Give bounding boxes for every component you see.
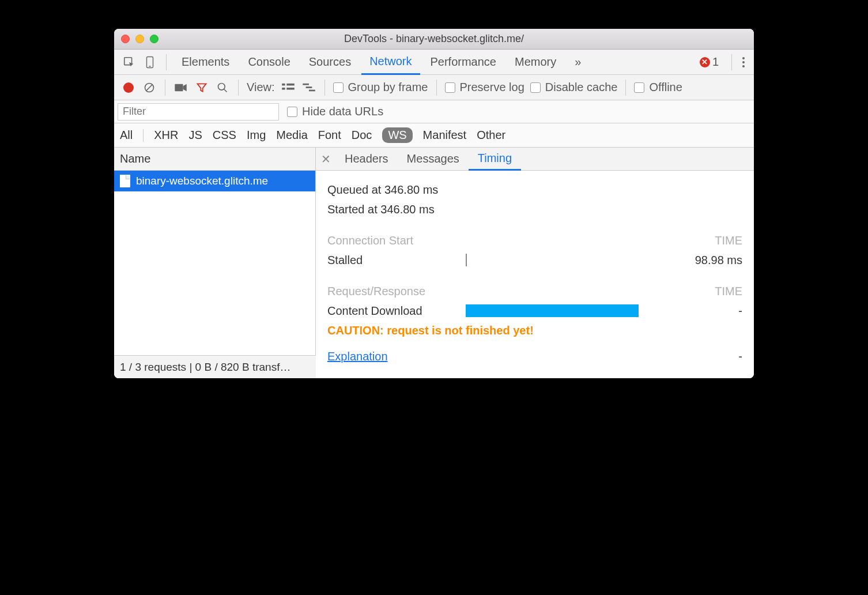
status-bar: 1 / 3 requests | 0 B / 820 B transf… (114, 355, 316, 378)
divider (165, 80, 165, 96)
close-detail-button[interactable]: ✕ (316, 152, 335, 166)
request-list: Name binary-websocket.glitch.me 1 / 3 re… (114, 148, 316, 378)
request-name: binary-websocket.glitch.me (136, 175, 268, 187)
svg-rect-5 (175, 84, 183, 91)
type-font[interactable]: Font (318, 129, 341, 142)
type-other[interactable]: Other (477, 129, 505, 142)
inspect-element-icon[interactable] (120, 53, 138, 71)
camera-icon[interactable] (173, 83, 188, 92)
type-js[interactable]: JS (188, 129, 202, 142)
detail-tab-timing[interactable]: Timing (469, 148, 521, 171)
type-ws[interactable]: WS (382, 127, 412, 143)
stalled-label: Stalled (327, 254, 443, 267)
view-waterfall-icon[interactable] (301, 82, 316, 93)
file-icon (120, 175, 130, 187)
svg-rect-8 (282, 83, 285, 85)
divider (238, 80, 239, 96)
svg-rect-12 (303, 83, 309, 85)
type-css[interactable]: CSS (213, 129, 236, 142)
more-menu[interactable] (739, 57, 748, 67)
caution-text: CAUTION: request is not finished yet! (327, 324, 742, 337)
type-img[interactable]: Img (247, 129, 266, 142)
device-toggle-icon[interactable] (141, 53, 159, 71)
type-xhr[interactable]: XHR (154, 129, 178, 142)
tabs-overflow[interactable]: » (567, 50, 589, 74)
group-by-frame-label: Group by frame (348, 81, 428, 94)
error-icon: ✕ (700, 57, 710, 67)
explanation-time: - (738, 350, 742, 363)
tab-memory[interactable]: Memory (507, 50, 564, 74)
request-row[interactable]: binary-websocket.glitch.me (114, 171, 315, 191)
minimize-window-button[interactable] (135, 35, 144, 43)
clear-button[interactable] (142, 82, 157, 93)
error-count-value: 1 (712, 55, 719, 69)
name-column-header[interactable]: Name (114, 148, 315, 171)
content-area: Name binary-websocket.glitch.me 1 / 3 re… (114, 148, 754, 378)
hide-data-urls-label: Hide data URLs (302, 105, 383, 118)
record-button[interactable] (121, 82, 136, 93)
detail-pane: ✕ Headers Messages Timing Queued at 346.… (316, 148, 754, 378)
filter-icon[interactable] (194, 82, 209, 93)
disable-cache-label: Disable cache (545, 81, 618, 94)
svg-point-6 (218, 83, 225, 90)
svg-rect-13 (305, 86, 312, 88)
tab-console[interactable]: Console (240, 50, 298, 74)
queued-text: Queued at 346.80 ms (327, 183, 438, 197)
traffic-lights (121, 35, 158, 43)
window-title: DevTools - binary-websocket.glitch.me/ (344, 33, 524, 45)
request-response-header: Request/Response (327, 285, 425, 298)
tab-elements[interactable]: Elements (173, 50, 237, 74)
content-download-bar (466, 304, 639, 317)
group-by-frame-checkbox[interactable]: Group by frame (333, 81, 428, 94)
started-text: Started at 346.80 ms (327, 203, 435, 216)
divider (436, 80, 437, 96)
offline-checkbox[interactable]: Offline (634, 81, 682, 94)
type-manifest[interactable]: Manifest (423, 129, 467, 142)
disable-cache-checkbox[interactable]: Disable cache (530, 81, 618, 94)
connection-start-header: Connection Start (327, 234, 413, 247)
content-download-time: - (738, 304, 742, 318)
titlebar: DevTools - binary-websocket.glitch.me/ (114, 29, 754, 50)
divider (324, 80, 325, 96)
stalled-bar (466, 254, 467, 266)
content-download-label: Content Download (327, 304, 443, 318)
error-count[interactable]: ✕ 1 (700, 55, 719, 69)
divider (166, 54, 167, 70)
timing-panel: Queued at 346.80 ms Started at 346.80 ms… (316, 171, 754, 375)
network-toolbar: View: Group by frame Preserve log Disabl… (114, 75, 754, 100)
svg-rect-9 (286, 83, 295, 85)
type-filter-row: All XHR JS CSS Img Media Font Doc WS Man… (114, 123, 754, 148)
time-header: TIME (715, 234, 742, 247)
main-tabbar: Elements Console Sources Network Perform… (114, 50, 754, 75)
offline-label: Offline (649, 81, 682, 94)
divider (143, 129, 144, 142)
svg-line-4 (146, 85, 152, 91)
svg-rect-11 (286, 88, 295, 90)
svg-line-7 (224, 89, 227, 92)
type-media[interactable]: Media (276, 129, 307, 142)
close-window-button[interactable] (121, 35, 130, 43)
view-large-icon[interactable] (281, 82, 296, 93)
divider (625, 80, 626, 96)
time-header-2: TIME (715, 285, 742, 298)
detail-tabs: ✕ Headers Messages Timing (316, 148, 754, 171)
type-all[interactable]: All (120, 129, 133, 142)
tab-performance[interactable]: Performance (422, 50, 505, 74)
preserve-log-label: Preserve log (460, 81, 524, 94)
devtools-window: DevTools - binary-websocket.glitch.me/ E… (114, 29, 754, 378)
svg-rect-10 (282, 88, 285, 90)
detail-tab-messages[interactable]: Messages (398, 148, 469, 170)
svg-rect-14 (309, 89, 315, 91)
tab-network[interactable]: Network (361, 50, 420, 75)
type-doc[interactable]: Doc (352, 129, 372, 142)
zoom-window-button[interactable] (150, 35, 158, 43)
tab-sources[interactable]: Sources (301, 50, 359, 74)
filter-input[interactable] (118, 103, 279, 120)
hide-data-urls-checkbox[interactable]: Hide data URLs (287, 105, 383, 118)
preserve-log-checkbox[interactable]: Preserve log (445, 81, 524, 94)
search-icon[interactable] (215, 82, 230, 93)
explanation-link[interactable]: Explanation (327, 350, 388, 363)
filter-bar: Hide data URLs (114, 100, 754, 123)
divider (731, 54, 732, 70)
detail-tab-headers[interactable]: Headers (335, 148, 398, 170)
